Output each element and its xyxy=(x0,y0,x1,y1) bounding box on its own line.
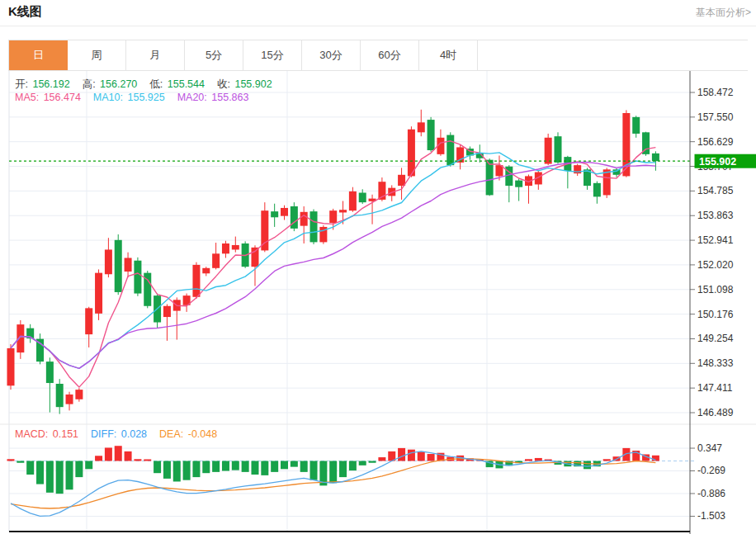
candle-up xyxy=(202,268,210,273)
macd-hist-bar xyxy=(369,461,376,463)
candle-up xyxy=(17,324,24,352)
candle-up xyxy=(349,191,357,210)
candle-up xyxy=(75,390,83,399)
kline-page: K线图 基本面分析> 日周月5分15分30分60分4时 158.472157.5… xyxy=(0,0,756,534)
macd-hist-bar xyxy=(66,461,73,490)
candle-up xyxy=(339,210,347,212)
macd-value-1: 0.028 xyxy=(118,428,147,440)
candle-up xyxy=(85,308,92,334)
macd-hist-bar xyxy=(75,461,83,478)
macd-hist-bar xyxy=(212,461,220,472)
macd-hist-bar xyxy=(281,461,288,470)
candle-down xyxy=(486,160,494,196)
macd-hist-bar xyxy=(125,451,132,461)
y-axis-label: 154.785 xyxy=(697,185,734,196)
tab-weekly[interactable]: 周 xyxy=(68,40,126,70)
macd-hist-bar xyxy=(154,461,161,474)
macd-item-0: MACD: 0.151 xyxy=(15,428,78,440)
macd-hist-bar xyxy=(261,461,268,475)
candle-up xyxy=(232,245,239,250)
macd-value-2: -0.048 xyxy=(185,428,217,440)
candle-up xyxy=(192,265,200,297)
macd-hist-bar xyxy=(603,459,611,461)
macd-hist-bar xyxy=(310,461,318,480)
macd-hist-bar xyxy=(222,461,229,471)
macd-hist-bar xyxy=(202,461,210,474)
candle-up xyxy=(7,348,15,385)
page-title: K线图 xyxy=(8,4,42,20)
y-axis-label: 152.020 xyxy=(697,259,734,271)
y-axis-label: 157.550 xyxy=(697,111,734,123)
candle-down xyxy=(291,206,298,229)
y-axis-label: 150.176 xyxy=(697,309,734,320)
macd-hist-bar xyxy=(300,461,308,472)
ma-value-0: 156.474 xyxy=(40,92,81,103)
candle-up xyxy=(125,258,132,272)
macd-hist-bar xyxy=(329,461,337,484)
ohlc-value-1: 156.270 xyxy=(97,78,138,90)
tab-5min[interactable]: 5分 xyxy=(185,40,243,70)
macd-hist-bar xyxy=(271,461,278,472)
macd-label-0: MACD: xyxy=(15,428,48,440)
macd-hist-bar xyxy=(652,456,659,461)
tab-30min[interactable]: 30分 xyxy=(302,40,361,70)
macd-hist-bar xyxy=(56,461,64,494)
ohlc-value-3: 155.902 xyxy=(232,78,272,90)
candle-down xyxy=(632,117,640,134)
candle-up xyxy=(281,208,288,216)
fundamental-analysis-link[interactable]: 基本面分析> xyxy=(696,6,751,20)
candle-down xyxy=(310,211,318,242)
macd-hist-bar xyxy=(144,460,151,461)
tab-monthly[interactable]: 月 xyxy=(126,40,185,70)
y-axis-label: 151.098 xyxy=(697,284,734,295)
macd-hist-bar xyxy=(525,459,532,461)
macd-hist-bar xyxy=(349,461,357,471)
ma-label-1: MA10: xyxy=(93,92,123,103)
tab-15min[interactable]: 15分 xyxy=(243,40,302,70)
ohlc-item-1: 高: 156.270 xyxy=(83,78,138,92)
macd-hist-bar xyxy=(418,451,425,461)
candle-down xyxy=(46,362,54,383)
ohlc-value-2: 155.544 xyxy=(164,78,205,90)
y-axis-label: 156.629 xyxy=(697,136,734,148)
macd-hist-bar xyxy=(398,448,405,461)
y-axis-label: 153.863 xyxy=(697,210,734,221)
macd-hist-bar xyxy=(85,461,92,470)
candle-up xyxy=(163,306,171,317)
y-axis-label: 158.472 xyxy=(697,87,734,98)
y-axis-label: 146.489 xyxy=(697,407,734,418)
candle-up xyxy=(300,212,308,226)
macd-info-row: MACD: 0.151DIFF: 0.028DEA: -0.048 xyxy=(15,428,217,440)
macd-y-axis-label: 0.347 xyxy=(697,442,722,454)
candle-down xyxy=(115,240,122,292)
macd-hist-bar xyxy=(134,459,141,461)
candle-down xyxy=(613,169,621,174)
macd-item-1: DIFF: 0.028 xyxy=(91,428,147,440)
ma-value-2: 155.863 xyxy=(209,92,249,103)
candle-up xyxy=(418,122,425,132)
ma-label-0: MA5: xyxy=(15,92,39,103)
macd-hist-bar xyxy=(17,461,24,463)
candle-up xyxy=(456,147,464,162)
candle-down xyxy=(555,136,562,163)
candle-up xyxy=(95,273,102,314)
y-axis-label: 148.333 xyxy=(697,357,734,369)
macd-hist-bar xyxy=(242,461,249,472)
macd-label-2: DEA: xyxy=(159,428,183,440)
interval-tab-bar: 日周月5分15分30分60分4时 xyxy=(8,40,748,71)
tab-daily[interactable]: 日 xyxy=(9,40,68,70)
macd-label-1: DIFF: xyxy=(91,428,116,440)
ohlc-label-0: 开: xyxy=(15,78,28,90)
macd-hist-bar xyxy=(46,461,54,493)
macd-hist-bar xyxy=(36,461,44,484)
candle-down xyxy=(515,181,522,187)
candle-down xyxy=(652,154,659,161)
ohlc-info-row: 开: 156.192高: 156.270低: 155.544收: 155.902 xyxy=(15,78,272,92)
tab-60min[interactable]: 60分 xyxy=(361,40,419,70)
macd-item-2: DEA: -0.048 xyxy=(159,428,217,440)
macd-hist-bar xyxy=(408,450,415,461)
macd-hist-bar xyxy=(163,461,171,479)
kline-chart-canvas[interactable]: 158.472157.550156.629155.707154.785153.8… xyxy=(0,71,756,534)
tab-4hour[interactable]: 4时 xyxy=(419,40,478,70)
macd-hist-bar xyxy=(95,456,102,461)
